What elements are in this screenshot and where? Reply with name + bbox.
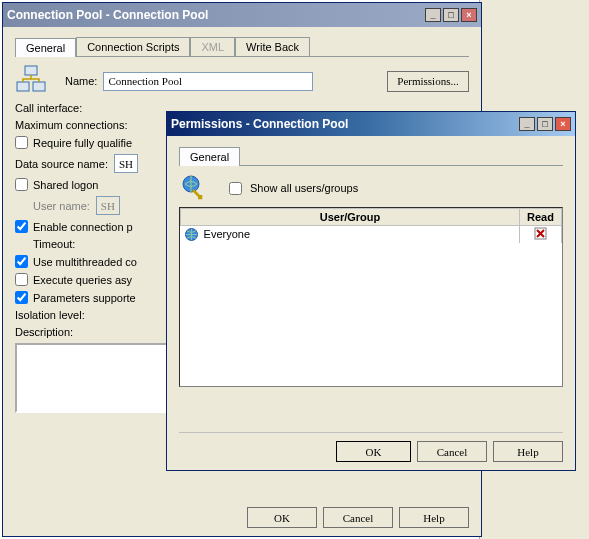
- username-label: User name:: [33, 200, 90, 212]
- params-checkbox[interactable]: [15, 291, 28, 304]
- description-label: Description:: [15, 326, 73, 338]
- main-title: Connection Pool - Connection Pool: [7, 8, 423, 22]
- main-titlebar[interactable]: Connection Pool - Connection Pool _ □ ×: [3, 3, 481, 27]
- multithread-checkbox[interactable]: [15, 255, 28, 268]
- tab-scripts[interactable]: Connection Scripts: [76, 37, 190, 56]
- params-label: Parameters supporte: [33, 292, 136, 304]
- perm-titlebar[interactable]: Permissions - Connection Pool _ □ ×: [167, 112, 575, 136]
- svg-rect-2: [33, 82, 45, 91]
- close-button[interactable]: ×: [461, 8, 477, 22]
- permissions-table-container: User/Group Read Everyone: [179, 207, 563, 387]
- minimize-button[interactable]: _: [425, 8, 441, 22]
- perm-ok-button[interactable]: OK: [336, 441, 411, 462]
- exec-async-label: Execute queries asy: [33, 274, 132, 286]
- max-connections-label: Maximum connections:: [15, 119, 128, 131]
- col-read[interactable]: Read: [520, 209, 562, 226]
- name-label: Name:: [65, 75, 97, 87]
- enable-pool-checkbox[interactable]: [15, 220, 28, 233]
- perm-cancel-button[interactable]: Cancel: [417, 441, 487, 462]
- enable-pool-label: Enable connection p: [33, 221, 133, 233]
- maximize-button[interactable]: □: [443, 8, 459, 22]
- main-tabs: General Connection Scripts XML Write Bac…: [15, 37, 469, 57]
- multithread-label: Use multithreaded co: [33, 256, 137, 268]
- main-cancel-button[interactable]: Cancel: [323, 507, 393, 528]
- main-help-button[interactable]: Help: [399, 507, 469, 528]
- show-all-checkbox[interactable]: [229, 182, 242, 195]
- username-input: [96, 196, 120, 215]
- shared-logon-checkbox[interactable]: [15, 178, 28, 191]
- globe-icon: [185, 228, 198, 241]
- dsn-label: Data source name:: [15, 158, 108, 170]
- timeout-label: Timeout:: [33, 238, 75, 250]
- isolation-label: Isolation level:: [15, 309, 85, 321]
- show-all-label: Show all users/groups: [250, 182, 358, 194]
- col-usergroup[interactable]: User/Group: [181, 209, 520, 226]
- name-input[interactable]: [103, 72, 313, 91]
- table-row[interactable]: Everyone: [181, 226, 562, 244]
- require-qualified-label: Require fully qualifie: [33, 137, 132, 149]
- permissions-icon: [179, 174, 207, 202]
- row-name: Everyone: [204, 228, 250, 240]
- permissions-button[interactable]: Permissions...: [387, 71, 469, 92]
- perm-title: Permissions - Connection Pool: [171, 117, 517, 131]
- dsn-input[interactable]: [114, 154, 138, 173]
- permissions-window: Permissions - Connection Pool _ □ × Gene…: [166, 111, 576, 471]
- main-ok-button[interactable]: OK: [247, 507, 317, 528]
- exec-async-checkbox[interactable]: [15, 273, 28, 286]
- perm-maximize-button[interactable]: □: [537, 117, 553, 131]
- require-qualified-checkbox[interactable]: [15, 136, 28, 149]
- perm-tabs: General: [179, 146, 563, 166]
- call-interface-label: Call interface:: [15, 102, 82, 114]
- tab-writeback[interactable]: Write Back: [235, 37, 310, 56]
- perm-help-button[interactable]: Help: [493, 441, 563, 462]
- network-icon: [15, 65, 47, 97]
- perm-tab-general[interactable]: General: [179, 147, 240, 166]
- svg-rect-0: [25, 66, 37, 75]
- svg-rect-1: [17, 82, 29, 91]
- shared-logon-label: Shared logon: [33, 179, 98, 191]
- tab-general[interactable]: General: [15, 38, 76, 57]
- permissions-table: User/Group Read Everyone: [180, 208, 562, 243]
- perm-close-button[interactable]: ×: [555, 117, 571, 131]
- perm-minimize-button[interactable]: _: [519, 117, 535, 131]
- tab-xml: XML: [190, 37, 235, 56]
- deny-icon[interactable]: [534, 227, 547, 240]
